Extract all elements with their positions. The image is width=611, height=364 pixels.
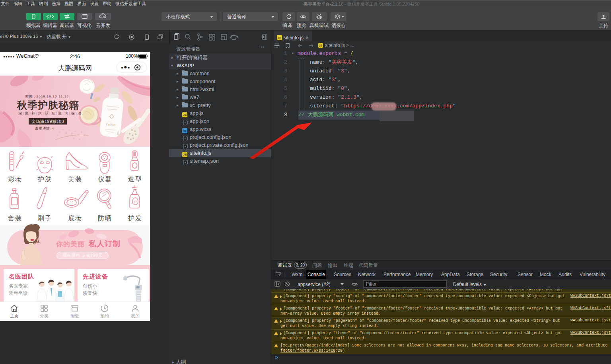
svg-text:JS: JS xyxy=(319,44,323,47)
svg-text:JS: JS xyxy=(278,36,281,40)
svg-text:护: 护 xyxy=(133,200,137,204)
